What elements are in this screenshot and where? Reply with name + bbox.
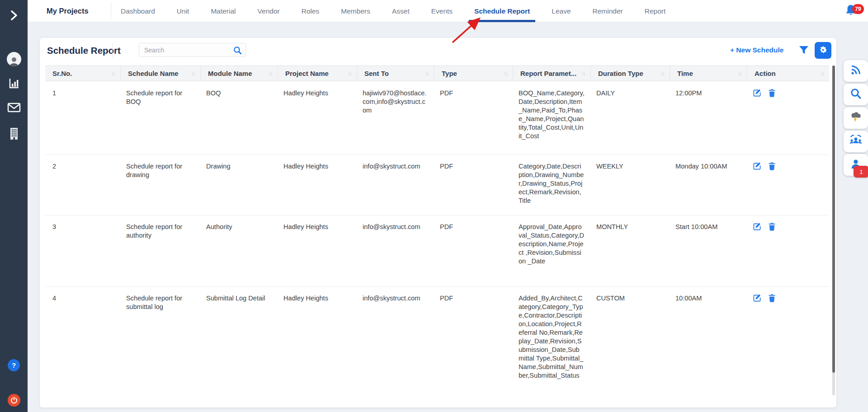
column-header-module-name[interactable]: Module Name↑↓: [201, 66, 278, 81]
table-scrollbar[interactable]: [832, 66, 835, 395]
tab-dashboard[interactable]: Dashboard: [121, 0, 155, 22]
column-header-action[interactable]: Action↑↓: [747, 66, 829, 81]
cell-module_name: BOQ: [201, 82, 278, 154]
divider: [112, 43, 113, 58]
new-schedule-button[interactable]: + New Schedule: [730, 46, 783, 54]
tab-roles[interactable]: Roles: [302, 0, 320, 22]
column-header-sr-no[interactable]: Sr.No.↑↓: [45, 66, 121, 81]
search-box: [139, 43, 246, 57]
tab-material[interactable]: Material: [211, 0, 236, 22]
cell-time: Monday 10:00AM: [670, 155, 747, 215]
cell-report_parameters: BOQ_Name,Category,Date,Description,Item_…: [513, 82, 591, 154]
filter-icon[interactable]: [798, 45, 809, 57]
tab-leave[interactable]: Leave: [552, 0, 571, 22]
sort-icon[interactable]: ↑↓: [189, 71, 195, 76]
tab-unit[interactable]: Unit: [177, 0, 189, 22]
sort-icon[interactable]: ↑↓: [345, 71, 352, 76]
column-label: Action: [755, 70, 776, 77]
cell-report_parameters: Approval_Date,Approval_Status,Category,D…: [513, 215, 591, 286]
table-body: 1Schedule report for BOQBOQHadley Height…: [45, 82, 829, 407]
table-row: 1Schedule report for BOQBOQHadley Height…: [45, 82, 829, 155]
column-header-sent-to[interactable]: Sent To↑↓: [357, 66, 434, 81]
cell-duration_type: CUSTOM: [591, 287, 670, 407]
cell-project_name: Hadley Heights: [278, 155, 357, 215]
person-button[interactable]: 1: [844, 154, 868, 176]
tab-events[interactable]: Events: [431, 0, 453, 22]
cell-module_name: Authority: [201, 215, 278, 286]
delete-icon[interactable]: [768, 162, 776, 173]
sort-icon[interactable]: ↑↓: [109, 71, 115, 76]
settings-button[interactable]: [815, 42, 831, 59]
help-icon[interactable]: ?: [0, 359, 28, 371]
table-row: 2Schedule report for drawingDrawingHadle…: [45, 155, 829, 215]
sort-icon[interactable]: ↑↓: [818, 71, 824, 76]
meeting-button[interactable]: [844, 131, 868, 152]
cell-duration_type: MONTHLY: [591, 215, 670, 286]
power-glyph: [8, 394, 20, 407]
storm-cloud-icon: [849, 110, 863, 126]
edit-icon[interactable]: [753, 222, 761, 233]
tab-members[interactable]: Members: [341, 0, 370, 22]
column-header-duration-type[interactable]: Duration Type↑↓: [591, 66, 670, 81]
cell-type: PDF: [434, 287, 513, 407]
column-label: Module Name: [208, 70, 252, 77]
bar-chart-icon[interactable]: [0, 77, 28, 89]
tab-report[interactable]: Report: [645, 0, 666, 22]
cell-time: Start 10:00AM: [670, 215, 747, 286]
column-header-time[interactable]: Time↑↓: [670, 66, 747, 81]
cell-schedule_name: Schedule report for drawing: [121, 155, 201, 215]
weather-button[interactable]: [844, 107, 868, 129]
sort-icon[interactable]: ↑↓: [266, 71, 273, 76]
sort-icon[interactable]: ↑↓: [736, 71, 742, 76]
cell-sent_to: info@skystruct.com: [357, 287, 434, 407]
edit-icon[interactable]: [753, 89, 761, 99]
rss-feed-button[interactable]: [844, 60, 868, 82]
page-title: Schedule Report: [47, 45, 121, 56]
tab-asset[interactable]: Asset: [392, 0, 410, 22]
edit-icon[interactable]: [753, 162, 761, 173]
cell-project_name: Hadley Heights: [278, 82, 357, 154]
building-icon[interactable]: [0, 127, 28, 140]
cell-actions: [747, 82, 829, 154]
search-input[interactable]: [139, 43, 245, 56]
cell-duration_type: WEEKLY: [591, 155, 670, 215]
cell-sr: 3: [45, 215, 121, 286]
column-header-schedule-name[interactable]: Schedule Name↑↓: [121, 66, 201, 81]
edit-icon[interactable]: [753, 294, 761, 304]
sort-icon[interactable]: ↑↓: [658, 71, 665, 76]
cell-duration_type: DAILY: [591, 82, 670, 154]
sort-icon[interactable]: ↑↓: [579, 71, 585, 76]
delete-icon[interactable]: [768, 294, 776, 304]
column-header-type[interactable]: Type↑↓: [434, 66, 513, 81]
power-icon[interactable]: [0, 394, 28, 407]
sort-icon[interactable]: ↑↓: [423, 71, 429, 76]
sort-icon[interactable]: ↑↓: [501, 71, 508, 76]
avatar: [7, 52, 21, 66]
user-avatar-icon[interactable]: [0, 52, 28, 66]
search-icon[interactable]: [233, 46, 242, 56]
cell-actions: [747, 155, 829, 215]
tab-reminder[interactable]: Reminder: [593, 0, 623, 22]
column-header-project-name[interactable]: Project Name↑↓: [278, 66, 357, 81]
cell-report_parameters: Added_By,Architect,Category,Category_Typ…: [513, 287, 591, 407]
cell-sent_to: info@skystruct.com: [357, 155, 434, 215]
delete-icon[interactable]: [768, 222, 776, 233]
expand-chevron-icon[interactable]: [0, 9, 28, 22]
top-navigation: My Projects DashboardUnitMaterialVendorR…: [28, 0, 868, 22]
meeting-icon: [849, 134, 863, 149]
table-row: 3Schedule report for authorityAuthorityH…: [45, 215, 829, 287]
mail-icon[interactable]: [0, 102, 28, 113]
cell-sr: 2: [45, 155, 121, 215]
delete-icon[interactable]: [768, 89, 776, 99]
tab-schedule-report[interactable]: Schedule Report: [474, 0, 530, 22]
notification-badge[interactable]: 79: [852, 4, 864, 14]
column-header-report-paramet[interactable]: Report Paramet...↑↓: [513, 66, 591, 81]
schedule-report-panel: Schedule Report + New Schedule Sr.No.↑↓S…: [40, 38, 836, 407]
magnifier-icon: [850, 88, 862, 101]
brand-my-projects[interactable]: My Projects: [47, 7, 89, 15]
search-tool-button[interactable]: [844, 84, 868, 105]
column-label: Duration Type: [598, 70, 643, 77]
cell-sent_to: info@skystruct.com: [357, 215, 434, 286]
tab-vendor[interactable]: Vendor: [258, 0, 280, 22]
scrollbar-thumb[interactable]: [832, 66, 835, 373]
